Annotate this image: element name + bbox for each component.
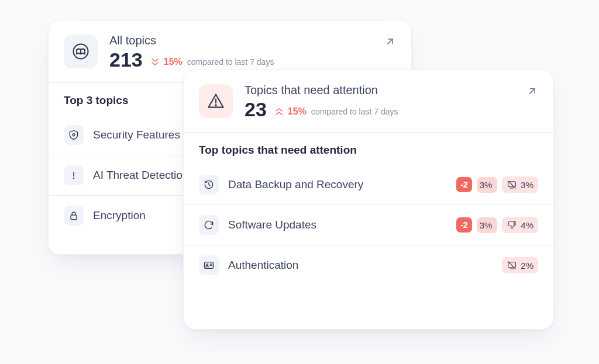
- refresh-icon: [199, 215, 219, 235]
- trend-indicator: 15% compared to last 7 days: [151, 57, 274, 67]
- book-icon: [64, 34, 98, 68]
- svg-rect-2: [71, 215, 77, 220]
- metric-badge: 3%: [502, 176, 538, 193]
- badge-group: 2%: [502, 257, 538, 273]
- list-item-label: AI Threat Detection: [93, 169, 188, 182]
- open-link-arrow[interactable]: [383, 34, 397, 48]
- section-title: Top topics that need attention: [184, 133, 553, 165]
- svg-point-6: [206, 264, 208, 266]
- svg-point-3: [215, 105, 216, 106]
- no-screen-icon: [507, 260, 517, 271]
- attention-topics-card: Topics that need attention 23 15% compar…: [183, 70, 554, 330]
- topic-list: Data Backup and Recovery -2 3% 3% S: [184, 165, 553, 285]
- score-badge: -2: [456, 177, 471, 192]
- svg-point-1: [74, 178, 74, 179]
- trend-indicator: 15% compared to last 7 days: [275, 106, 398, 117]
- score-badge: 3%: [477, 217, 498, 233]
- metric-badge: 4%: [502, 217, 538, 233]
- chevron-down-icon: [151, 57, 159, 67]
- list-item-label: Software Updates: [228, 219, 316, 231]
- list-item-label: Security Features: [93, 129, 180, 141]
- history-icon: [199, 175, 219, 195]
- id-card-icon: [199, 255, 219, 275]
- list-item-label: Data Backup and Recovery: [228, 178, 363, 191]
- list-item[interactable]: Data Backup and Recovery -2 3% 3%: [184, 165, 553, 204]
- score-badge: -2: [456, 217, 471, 233]
- card-title: All topics: [109, 33, 274, 47]
- lock-icon: [64, 206, 84, 226]
- alert-bar-icon: [64, 165, 84, 185]
- card-header: Topics that need attention 23 15% compar…: [184, 70, 553, 133]
- metric-badge: 2%: [502, 257, 538, 273]
- list-item-label: Authentication: [228, 259, 298, 272]
- chevron-up-icon: [275, 107, 283, 116]
- shield-heart-icon: [64, 125, 84, 145]
- alert-triangle-icon: [199, 84, 233, 118]
- thumb-down-icon: [507, 220, 517, 230]
- no-screen-icon: [507, 179, 517, 190]
- list-item[interactable]: Authentication 2%: [184, 245, 553, 285]
- card-title: Topics that need attention: [245, 83, 398, 97]
- badge-group: -2 3% 3%: [456, 176, 538, 193]
- badge-group: -2 3% 4%: [456, 217, 538, 233]
- score-badge: 3%: [477, 177, 498, 193]
- card-value: 23: [245, 99, 267, 119]
- card-value: 213: [109, 50, 143, 70]
- list-item[interactable]: Software Updates -2 3% 4%: [184, 204, 553, 245]
- list-item-label: Encryption: [93, 209, 146, 222]
- open-link-arrow[interactable]: [525, 84, 539, 98]
